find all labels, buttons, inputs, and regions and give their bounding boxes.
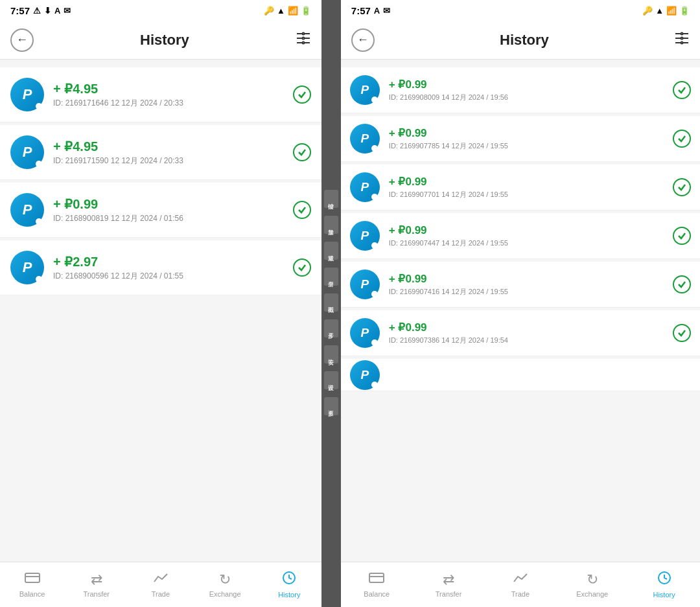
left-nav-balance-label: Balance	[19, 590, 45, 598]
transaction-meta: ID: 2168900596 12 12月 2024 / 01:55	[53, 271, 284, 282]
transaction-meta: ID: 2169907416 14 12月 2024 / 19:55	[389, 287, 664, 297]
right-partial-avatar: P	[350, 360, 380, 390]
right-status-bar: 7:57 A ✉ 🔑 ▲ 📶 🔋	[341, 0, 700, 21]
check-icon	[673, 130, 691, 148]
transaction-meta: ID: 2169907386 14 12月 2024 / 19:54	[389, 336, 664, 345]
payeer-logo: P	[23, 259, 32, 276]
right-signal-icon: 📶	[666, 6, 677, 16]
side-btn-3[interactable]: 减量	[324, 242, 338, 260]
left-status-bar: 7:57 ⚠ ⬇ A ✉ 🔑 ▲ 📶 🔋	[0, 0, 321, 21]
transaction-item[interactable]: P+ ₽4.95ID: 2169171590 12 12月 2024 / 20:…	[0, 125, 321, 180]
balance-icon	[25, 571, 40, 588]
payeer-logo: P	[360, 132, 369, 146]
payeer-dot	[371, 97, 378, 103]
transaction-item[interactable]: P+ ₽2.97ID: 2168900596 12 12月 2024 / 01:…	[0, 240, 321, 295]
left-app-header: ← History	[0, 21, 321, 60]
transaction-amount: + ₽0.99	[389, 126, 664, 140]
right-nav-exchange[interactable]: ↻ Exchange	[556, 562, 628, 607]
transaction-amount: + ₽0.99	[389, 321, 664, 334]
transaction-item[interactable]: P+ ₽0.99ID: 2169907785 14 12月 2024 / 19:…	[341, 116, 700, 162]
side-btn-1[interactable]: 按键	[324, 190, 338, 208]
right-wifi-icon: ▲	[655, 6, 664, 16]
transaction-item[interactable]: P+ ₽0.99ID: 2168900819 12 12月 2024 / 01:…	[0, 183, 321, 238]
left-back-button[interactable]: ←	[10, 29, 34, 52]
transaction-item[interactable]: P+ ₽0.99ID: 2169908009 14 12月 2024 / 19:…	[341, 67, 700, 113]
key-icon: 🔑	[264, 6, 274, 16]
payeer-avatar: P	[350, 172, 380, 202]
transaction-meta: ID: 2169907785 14 12月 2024 / 19:55	[389, 141, 664, 151]
transaction-item[interactable]: P+ ₽0.99ID: 2169907386 14 12月 2024 / 19:…	[341, 310, 700, 356]
right-time: 7:57	[351, 5, 371, 16]
right-nav-trade-label: Trade	[511, 590, 530, 598]
side-btn-4[interactable]: 全屏	[324, 268, 338, 286]
transaction-amount: + ₽0.99	[389, 223, 664, 237]
transaction-amount: + ₽0.99	[389, 78, 664, 91]
svg-point-13	[681, 37, 683, 39]
trade-icon	[153, 571, 169, 588]
payeer-avatar: P	[10, 251, 44, 284]
transaction-item[interactable]: P+ ₽4.95ID: 2169171646 12 12月 2024 / 20:…	[0, 67, 321, 122]
svg-rect-21	[369, 573, 384, 582]
right-key-icon: 🔑	[642, 6, 653, 16]
payeer-logo: P	[23, 86, 32, 103]
left-nav-trade[interactable]: Trade	[128, 562, 192, 607]
transfer-icon: ⇄	[91, 571, 102, 588]
right-transaction-list: P+ ₽0.99ID: 2169908009 14 12月 2024 / 19:…	[341, 60, 700, 562]
right-nav-balance[interactable]: Balance	[341, 562, 413, 607]
svg-point-0	[302, 32, 304, 34]
side-control-panel: 按键 加量 减量 全屏 截图 多开 安装 设置 更多	[321, 0, 341, 607]
right-back-button[interactable]: ←	[351, 29, 375, 52]
right-trade-icon	[513, 571, 528, 588]
side-btn-8[interactable]: 设置	[324, 371, 338, 389]
right-battery-icon: 🔋	[679, 6, 690, 16]
side-btn-5[interactable]: 截图	[324, 293, 338, 312]
left-status-left: 7:57 ⚠ ⬇ A ✉	[10, 5, 71, 16]
right-nav-transfer[interactable]: ⇄ Transfer	[413, 562, 485, 607]
payeer-avatar: P	[350, 75, 380, 105]
right-transactions-container: P+ ₽0.99ID: 2169908009 14 12月 2024 / 19:…	[341, 67, 700, 356]
left-nav-transfer-label: Transfer	[83, 590, 110, 598]
right-nav-history[interactable]: History	[628, 562, 700, 607]
transaction-item[interactable]: P+ ₽0.99ID: 2169907701 14 12月 2024 / 19:…	[341, 165, 700, 211]
transaction-info: + ₽0.99ID: 2168900819 12 12月 2024 / 01:5…	[53, 196, 284, 224]
check-icon	[293, 86, 311, 104]
right-header-title: History	[500, 32, 549, 49]
transaction-item[interactable]: P+ ₽0.99ID: 2169907447 14 12月 2024 / 19:…	[341, 213, 700, 259]
right-phone-panel: 7:57 A ✉ 🔑 ▲ 📶 🔋 ← History P+ ₽0.99ID: 2…	[341, 0, 700, 607]
transaction-info: + ₽0.99ID: 2169907447 14 12月 2024 / 19:5…	[389, 223, 664, 248]
transaction-info: + ₽0.99ID: 2169907386 14 12月 2024 / 19:5…	[389, 321, 664, 345]
svg-point-1	[302, 37, 304, 39]
right-nav-trade[interactable]: Trade	[484, 562, 556, 607]
wifi-icon: ▲	[277, 6, 285, 16]
left-filter-button[interactable]	[296, 30, 311, 50]
payeer-logo-letter: P	[360, 368, 369, 382]
payeer-dot	[371, 145, 378, 152]
payeer-avatar: P	[10, 193, 44, 227]
left-nav-balance[interactable]: Balance	[0, 562, 64, 607]
payeer-avatar: P	[350, 124, 380, 154]
exchange-icon: ↻	[219, 571, 231, 588]
left-status-right: 🔑 ▲ 📶 🔋	[264, 6, 311, 16]
transaction-item[interactable]: P+ ₽0.99ID: 2169907416 14 12月 2024 / 19:…	[341, 262, 700, 308]
right-filter-button[interactable]	[674, 30, 690, 50]
right-history-icon	[657, 571, 672, 589]
side-btn-7[interactable]: 安装	[324, 345, 338, 363]
payeer-avatar: P	[350, 221, 380, 251]
check-icon	[673, 227, 691, 245]
side-btn-2[interactable]: 加量	[324, 216, 338, 234]
check-icon	[673, 324, 691, 342]
right-bottom-nav: Balance ⇄ Transfer Trade ↻ Exchange	[341, 562, 700, 607]
check-icon	[673, 178, 691, 196]
battery-icon: 🔋	[301, 6, 311, 16]
side-btn-9[interactable]: 更多	[324, 397, 338, 415]
left-nav-transfer[interactable]: ⇄ Transfer	[64, 562, 128, 607]
payeer-dot	[371, 194, 378, 200]
right-nav-balance-label: Balance	[364, 590, 390, 598]
transaction-meta: ID: 2169907447 14 12月 2024 / 19:55	[389, 238, 664, 248]
left-nav-history[interactable]: History	[257, 562, 321, 607]
side-btn-6[interactable]: 多开	[324, 319, 338, 338]
payeer-logo: P	[360, 180, 369, 194]
payeer-avatar: P	[10, 135, 44, 169]
left-nav-exchange[interactable]: ↻ Exchange	[193, 562, 257, 607]
payeer-logo: P	[23, 144, 32, 161]
